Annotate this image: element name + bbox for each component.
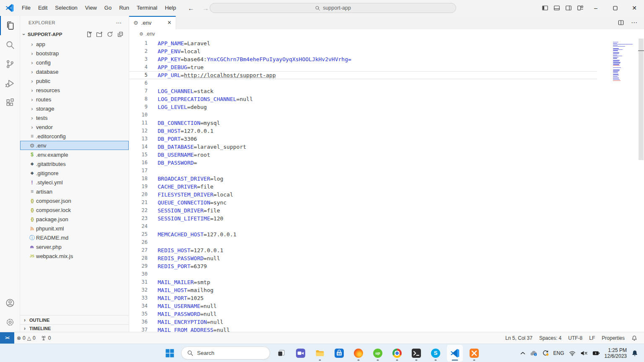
code-line-18[interactable]: 18BROADCAST_DRIVER=log — [129, 175, 597, 183]
clock[interactable]: 1:25 PM 12/6/2023 — [605, 347, 627, 359]
new-file-icon[interactable] — [86, 31, 92, 38]
menu-help[interactable]: Help — [161, 0, 180, 16]
taskbar-firefox[interactable] — [351, 345, 366, 362]
folder-config[interactable]: ›config — [20, 58, 129, 67]
go-back-icon[interactable]: ← — [188, 5, 194, 12]
go-forward-icon[interactable]: → — [203, 5, 209, 12]
taskbar-terminal[interactable] — [408, 345, 424, 362]
manage-icon[interactable] — [0, 313, 20, 332]
code-line-19[interactable]: 19CACHE_DRIVER=file — [129, 183, 597, 191]
code-line-24[interactable]: 24 — [129, 222, 597, 230]
code-editor[interactable]: 1APP_NAME=Laravel2APP_ENV=local3APP_KEY=… — [129, 39, 644, 332]
restore-button[interactable] — [605, 0, 625, 16]
wifi-icon[interactable] — [569, 350, 576, 356]
taskbar-search[interactable]: Search — [181, 346, 270, 359]
breadcrumb[interactable]: ⚙ .env — [129, 29, 644, 39]
taskbar-store[interactable] — [331, 345, 347, 362]
minimize-button[interactable]: – — [586, 0, 605, 16]
code-line-20[interactable]: 20FILESYSTEM_DRIVER=local — [129, 191, 597, 199]
file-.gitignore[interactable]: ◆.gitignore — [20, 168, 129, 178]
run-and-debug-icon[interactable] — [0, 74, 20, 93]
sync-status-icon[interactable] — [542, 350, 549, 357]
menu-view[interactable]: View — [81, 0, 101, 16]
folder-database[interactable]: ›database — [20, 67, 129, 76]
code-line-14[interactable]: 14DB_DATABASE=laravel_support — [129, 143, 597, 151]
code-line-7[interactable]: 7LOG_CHANNEL=stack — [129, 87, 597, 95]
code-line-13[interactable]: 13DB_PORT=3306 — [129, 135, 597, 143]
toggle-secondary-sidebar-icon[interactable] — [563, 0, 574, 16]
code-line-34[interactable]: 34MAIL_USERNAME=null — [129, 302, 597, 310]
code-line-3[interactable]: 3APP_KEY=base64:YnxCGChrn7Bm4eheFPuIyayO… — [129, 55, 597, 63]
taskbar-vscode[interactable] — [447, 345, 463, 362]
folder-tests[interactable]: ›tests — [20, 113, 129, 122]
remote-indicator[interactable]: >< — [0, 332, 14, 344]
customize-layout-icon[interactable] — [574, 0, 586, 16]
cloud-status-icon[interactable] — [530, 350, 538, 356]
folder-public[interactable]: ›public — [20, 76, 129, 85]
accounts-icon[interactable] — [0, 293, 20, 313]
code-line-10[interactable]: 10 — [129, 111, 597, 119]
source-control-icon[interactable] — [0, 54, 20, 74]
search-command-center[interactable]: support-app — [210, 3, 456, 13]
menu-run[interactable]: Run — [115, 0, 133, 16]
menu-edit[interactable]: Edit — [34, 0, 51, 16]
split-editor-icon[interactable] — [618, 19, 624, 26]
explorer-icon[interactable] — [0, 16, 20, 35]
code-line-23[interactable]: 23SESSION_LIFETIME=120 — [129, 215, 597, 222]
taskbar-upwork[interactable]: up — [370, 345, 386, 362]
refresh-explorer-icon[interactable] — [106, 31, 113, 38]
code-line-9[interactable]: 9LOG_LEVEL=debug — [129, 103, 597, 111]
problems-status[interactable]: ⊗ 0 △ 0 — [14, 332, 38, 344]
folder-vendor[interactable]: ›vendor — [20, 122, 129, 132]
folder-routes[interactable]: ›routes — [20, 95, 129, 104]
file-.env.example[interactable]: $.env.example — [20, 150, 129, 159]
file-composer.lock[interactable]: {}composer.lock — [20, 205, 129, 215]
cursor-position[interactable]: Ln 5, Col 37 — [502, 335, 536, 341]
file-server.php[interactable]: server.php — [20, 242, 129, 251]
explorer-more-icon[interactable]: ⋯ — [116, 19, 122, 26]
indentation-status[interactable]: Spaces: 4 — [536, 335, 565, 341]
timeline-section[interactable]: › TIMELINE — [20, 324, 129, 332]
folder-app[interactable]: ›app — [20, 39, 129, 49]
menu-terminal[interactable]: Terminal — [133, 0, 161, 16]
editor-scrollbar[interactable] — [638, 39, 644, 332]
menu-file[interactable]: File — [18, 0, 34, 16]
toggle-panel-icon[interactable] — [551, 0, 563, 16]
taskbar-chat[interactable] — [293, 345, 309, 362]
code-line-17[interactable]: 17 — [129, 167, 597, 175]
code-line-27[interactable]: 27REDIS_HOST=127.0.0.1 — [129, 246, 597, 254]
taskbar-chrome[interactable] — [389, 345, 405, 362]
menu-selection[interactable]: Selection — [51, 0, 81, 16]
code-line-32[interactable]: 32MAIL_HOST=mailhog — [129, 286, 597, 294]
code-line-11[interactable]: 11DB_CONNECTION=mysql — [129, 119, 597, 127]
file-webpack.mix.js[interactable]: JSwebpack.mix.js — [20, 251, 129, 261]
taskbar-skype[interactable]: S — [428, 345, 444, 362]
file-composer.json[interactable]: {}composer.json — [20, 196, 129, 205]
code-line-31[interactable]: 31MAIL_MAILER=smtp — [129, 278, 597, 286]
code-line-28[interactable]: 28REDIS_PASSWORD=null — [129, 254, 597, 262]
folder-bootstrap[interactable]: ›bootstrap — [20, 49, 129, 58]
code-line-4[interactable]: 4APP_DEBUG=true — [129, 63, 597, 71]
code-line-33[interactable]: 33MAIL_PORT=1025 — [129, 294, 597, 302]
file-artisan[interactable]: ≡artisan — [20, 187, 129, 196]
volume-muted-icon[interactable] — [580, 350, 588, 356]
notifications-bell-icon[interactable] — [628, 335, 641, 341]
code-line-37[interactable]: 37MAIL_FROM_ADDRESS=null — [129, 326, 597, 332]
code-line-8[interactable]: 8LOG_DEPRECATIONS_CHANNEL=null — [129, 95, 597, 103]
code-line-5[interactable]: 5APP_URL=http://localhost/support-app — [129, 71, 597, 79]
editor-more-icon[interactable]: ⋯ — [631, 19, 637, 26]
file-.env[interactable]: ⚙.env — [20, 141, 129, 150]
ports-status[interactable]: 0 — [38, 332, 54, 344]
new-folder-icon[interactable] — [96, 31, 103, 38]
menu-go[interactable]: Go — [101, 0, 115, 16]
file-.editorconfig[interactable]: ≡.editorconfig — [20, 132, 129, 141]
file-README.md[interactable]: ⓘREADME.md — [20, 233, 129, 242]
language-mode[interactable]: Properties — [598, 335, 628, 341]
tab-env[interactable]: ⚙ .env ✕ — [129, 16, 176, 29]
file-.styleci.yml[interactable]: !.styleci.yml — [20, 178, 129, 187]
search-icon[interactable] — [0, 35, 20, 54]
language-indicator[interactable]: ENG — [553, 350, 564, 356]
code-line-15[interactable]: 15DB_USERNAME=root — [129, 151, 597, 159]
code-line-29[interactable]: 29REDIS_PORT=6379 — [129, 262, 597, 270]
code-line-22[interactable]: 22SESSION_DRIVER=file — [129, 207, 597, 215]
